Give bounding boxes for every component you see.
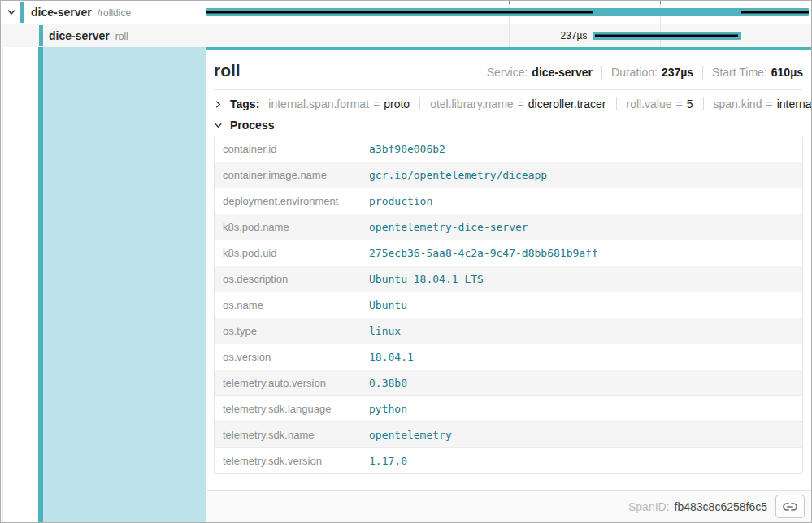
process-key: container.image.name bbox=[215, 162, 361, 188]
span-name: dice-server /rolldice bbox=[31, 6, 131, 19]
span-name-cell-root[interactable]: dice-server /rolldice bbox=[1, 1, 206, 24]
process-value: linux bbox=[361, 319, 802, 343]
process-value: python bbox=[361, 397, 802, 421]
process-key: deployment.environment bbox=[215, 188, 361, 214]
table-row: telemetry.sdk.name opentelemetry bbox=[215, 422, 802, 448]
process-key: k8s.pod.name bbox=[215, 214, 361, 240]
service-color-stripe bbox=[20, 2, 24, 23]
link-icon bbox=[783, 501, 797, 512]
process-value: 275ecb36-5aa8-4c2a-9c47-d8bb681b9aff bbox=[361, 241, 802, 265]
critical-path-segment bbox=[741, 11, 809, 14]
timeline-gridline bbox=[358, 24, 358, 47]
overview-start-time: Start Time: 610µs bbox=[702, 66, 803, 79]
process-key: container.id bbox=[215, 136, 361, 162]
critical-path-segment bbox=[206, 11, 593, 14]
process-section-header[interactable]: Process bbox=[214, 119, 803, 132]
overview-value: dice-server bbox=[532, 66, 593, 79]
chevron-down-icon[interactable] bbox=[214, 121, 223, 130]
spanid-label: SpanID: bbox=[628, 500, 670, 513]
span-row-root[interactable]: dice-server /rolldice bbox=[1, 1, 811, 24]
spanid-value: fb483c8c6258f6c5 bbox=[675, 500, 767, 513]
time-tick bbox=[660, 1, 661, 4]
timeline-cell-root bbox=[206, 1, 811, 24]
timeline-cell-child: 237µs bbox=[206, 24, 811, 47]
span-row-child[interactable]: dice-server roll 237µs bbox=[1, 24, 811, 47]
indent-guide bbox=[24, 24, 24, 47]
tag-value: 5 bbox=[687, 97, 693, 110]
process-key: telemetry.auto.version bbox=[215, 370, 361, 395]
trace-detail-window: dice-server /rolldice dice-server roll 2… bbox=[0, 0, 812, 523]
tag-equals: = bbox=[369, 97, 384, 110]
process-key: os.type bbox=[215, 318, 361, 344]
selected-span-strip bbox=[1, 47, 206, 522]
overview-label: Duration: bbox=[611, 66, 658, 79]
process-value: 0.38b0 bbox=[361, 371, 802, 395]
process-key: os.version bbox=[215, 344, 361, 370]
tag-key: span.kind bbox=[714, 97, 762, 110]
table-row: container.id a3bf90e006b2 bbox=[215, 136, 802, 162]
table-row: k8s.pod.name opentelemetry-dice-server bbox=[215, 214, 802, 240]
tag-item: internal.span.format = proto bbox=[268, 97, 410, 110]
process-key: telemetry.sdk.language bbox=[215, 396, 361, 421]
tag-key: roll.value bbox=[627, 97, 672, 110]
table-row: deployment.environment production bbox=[215, 188, 802, 214]
tag-value: proto bbox=[384, 97, 410, 110]
operation-name: /rolldice bbox=[98, 7, 131, 19]
tags-section-header[interactable]: Tags: internal.span.format = proto otel.… bbox=[214, 97, 803, 110]
table-row: os.name Ubuntu bbox=[215, 292, 802, 318]
process-value: gcr.io/opentelemetry/diceapp bbox=[361, 163, 802, 187]
process-heading[interactable]: Process bbox=[230, 119, 274, 132]
span-name: dice-server roll bbox=[49, 29, 128, 42]
indent-guide bbox=[24, 47, 24, 522]
selected-span-highlight bbox=[43, 47, 206, 522]
process-value: 1.17.0 bbox=[361, 449, 802, 473]
tag-value: diceroller.tracer bbox=[528, 97, 606, 110]
indent-guide bbox=[2, 47, 3, 522]
process-key: k8s.pod.uid bbox=[215, 240, 361, 266]
table-row: telemetry.sdk.version 1.17.0 bbox=[215, 448, 802, 473]
tag-equals: = bbox=[762, 97, 776, 110]
tag-item: otel.library.name = diceroller.tracer bbox=[419, 97, 606, 110]
tag-item: roll.value = 5 bbox=[616, 97, 693, 110]
tag-key: otel.library.name bbox=[430, 97, 513, 110]
span-name-cell-child[interactable]: dice-server roll bbox=[1, 24, 206, 47]
span-detail-panel: roll Service: dice-server Duration: 237µ… bbox=[206, 47, 811, 522]
table-row: os.type linux bbox=[215, 318, 802, 344]
table-row: telemetry.auto.version 0.38b0 bbox=[215, 370, 802, 396]
process-table: container.id a3bf90e006b2 container.imag… bbox=[214, 136, 803, 474]
header-divider bbox=[214, 89, 803, 90]
overview-service: Service: dice-server bbox=[487, 66, 593, 79]
process-key: os.name bbox=[215, 292, 361, 318]
tag-key: internal.span.format bbox=[268, 97, 369, 110]
tag-list: internal.span.format = proto otel.librar… bbox=[268, 97, 812, 110]
tag-item: span.kind = internal bbox=[703, 97, 812, 110]
process-value: opentelemetry bbox=[361, 423, 802, 447]
tags-heading[interactable]: Tags: bbox=[230, 97, 259, 110]
critical-path-segment bbox=[595, 35, 738, 37]
span-title: roll bbox=[214, 61, 487, 80]
overview-value: 610µs bbox=[771, 66, 803, 79]
tag-value: internal bbox=[777, 97, 812, 110]
table-row: os.description Ubuntu 18.04.1 LTS bbox=[215, 266, 802, 292]
overview-value: 237µs bbox=[662, 66, 693, 79]
process-key: telemetry.sdk.name bbox=[215, 422, 361, 447]
tag-equals: = bbox=[672, 97, 687, 110]
table-row: os.version 18.04.1 bbox=[215, 344, 802, 370]
process-value: Ubuntu bbox=[361, 293, 802, 317]
chevron-right-icon[interactable] bbox=[214, 100, 223, 109]
overview-label: Service: bbox=[487, 66, 528, 79]
table-row: k8s.pod.uid 275ecb36-5aa8-4c2a-9c47-d8bb… bbox=[215, 240, 802, 266]
timeline-gridline bbox=[509, 24, 510, 47]
process-value: Ubuntu 18.04.1 LTS bbox=[361, 267, 802, 291]
service-color-stripe bbox=[39, 25, 43, 46]
time-tick bbox=[509, 1, 510, 4]
time-tick bbox=[358, 1, 358, 4]
chevron-down-icon[interactable] bbox=[7, 7, 16, 17]
service-name: dice-server bbox=[31, 6, 92, 19]
copy-link-button[interactable] bbox=[775, 495, 805, 518]
overview-label: Start Time: bbox=[712, 66, 767, 79]
detail-header: roll Service: dice-server Duration: 237µ… bbox=[214, 61, 803, 80]
operation-name: roll bbox=[115, 31, 128, 42]
span-footer: SpanID: fb483c8c6258f6c5 bbox=[206, 490, 811, 522]
process-value: 18.04.1 bbox=[361, 345, 802, 369]
